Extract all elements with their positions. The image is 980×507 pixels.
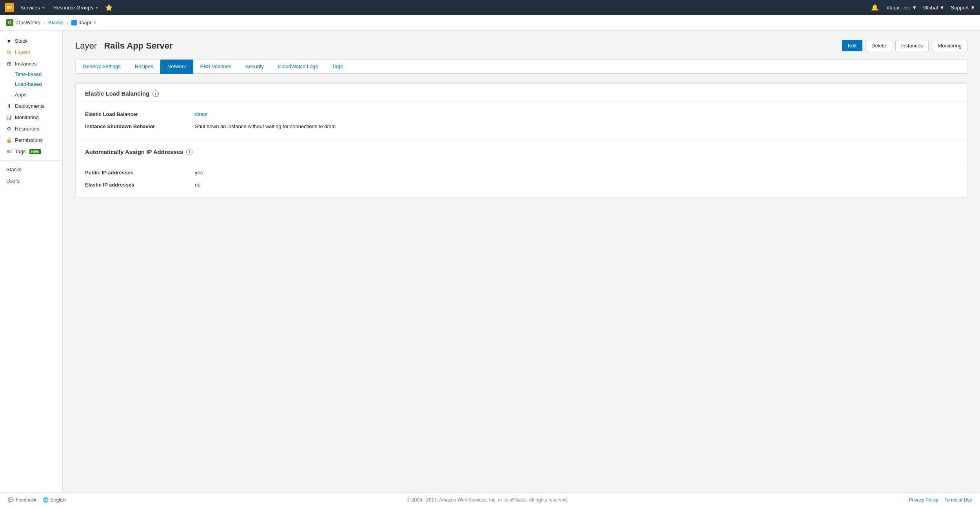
- privacy-link[interactable]: Privacy Policy: [909, 497, 938, 503]
- breadcrumb-sep-2: ›: [67, 20, 68, 25]
- breadcrumb-caret: ▼: [93, 20, 97, 25]
- page-header: Layer Rails App Server Edit Delete Insta…: [75, 40, 967, 51]
- footer-left: 💬 Feedback 🌐 English: [8, 497, 66, 503]
- shutdown-field-row: Instance Shutdown Behavior Shut down an …: [85, 120, 958, 132]
- services-nav[interactable]: Services ▼: [17, 3, 49, 12]
- user-menu[interactable]: daapr, inc. ▼: [887, 5, 917, 11]
- tab-security[interactable]: Security: [238, 60, 271, 74]
- footer-copyright: © 2008 - 2017, Amazon Web Services, Inc.…: [407, 497, 568, 503]
- edit-button[interactable]: Edit: [842, 40, 862, 51]
- support-menu[interactable]: Support ▼: [951, 5, 975, 11]
- tab-general-settings[interactable]: General Settings: [76, 60, 128, 74]
- elb-section-header: Elastic Load Balancing i: [76, 84, 967, 102]
- sidebar-item-load-based[interactable]: Load-based: [0, 79, 62, 89]
- svg-rect-1: [9, 6, 12, 9]
- permissions-icon: 🔒: [6, 138, 12, 143]
- ip-section-body: Public IP addresses yes Elastic IP addre…: [76, 160, 967, 197]
- elb-link[interactable]: daapr: [195, 111, 208, 117]
- top-nav-left: Services ▼ Resource Groups ▼ ⭐: [5, 2, 114, 13]
- stack-icon: ■: [6, 38, 12, 44]
- breadcrumb-sep-1: ›: [43, 20, 45, 25]
- tags-new-badge: NEW: [29, 149, 41, 154]
- aws-logo: [5, 3, 14, 12]
- sidebar-divider: [0, 160, 62, 161]
- sidebar-item-stack[interactable]: ■ Stack: [0, 35, 62, 47]
- page-actions: Edit Delete Instances Monitoring: [842, 40, 967, 51]
- sidebar-item-tags[interactable]: 🏷 Tags NEW: [0, 146, 62, 157]
- breadcrumb-current[interactable]: daapr ▼: [71, 20, 97, 25]
- tags-icon: 🏷: [6, 149, 12, 154]
- tab-ebs-volumes[interactable]: EBS Volumes: [193, 60, 239, 74]
- elastic-ip-value: no: [195, 182, 200, 188]
- page-title: Layer Rails App Server: [75, 41, 173, 51]
- resource-groups-nav[interactable]: Resource Groups ▼: [50, 3, 102, 12]
- language-button[interactable]: 🌐 English: [43, 497, 66, 503]
- sidebar-item-users[interactable]: Users: [0, 175, 62, 187]
- bookmark-icon[interactable]: ⭐: [103, 2, 114, 13]
- elb-info-icon[interactable]: i: [152, 91, 159, 97]
- sidebar-item-stacks-bottom[interactable]: Stacks: [0, 164, 62, 175]
- sidebar-item-resources[interactable]: ⚙ Resources: [0, 123, 62, 134]
- opsworks-label: OpsWorks: [16, 20, 40, 25]
- ip-section-header: Automatically Assign IP Addresses i: [76, 142, 967, 160]
- sidebar-item-instances[interactable]: ⊞ Instances: [0, 58, 62, 69]
- sidebar-item-permissions[interactable]: 🔒 Permissions: [0, 134, 62, 146]
- elb-value: daapr: [195, 111, 208, 117]
- feedback-icon: 💬: [8, 497, 14, 503]
- tab-recipes[interactable]: Recipes: [128, 60, 160, 74]
- footer-right: Privacy Policy Terms of Use: [909, 497, 972, 503]
- app-body: ■ Stack ⊞ Layers ⊞ Instances Time-based …: [0, 31, 980, 492]
- public-ip-value: yes: [195, 170, 203, 176]
- bell-icon[interactable]: 🔔: [869, 2, 880, 13]
- monitoring-button[interactable]: Monitoring: [932, 40, 967, 51]
- opsworks-logo-icon: O: [6, 19, 13, 26]
- elb-section-body: Elastic Load Balancer daapr Instance Shu…: [76, 102, 967, 139]
- region-menu[interactable]: Global ▼: [923, 5, 944, 11]
- breadcrumb-bar: O OpsWorks › Stacks › daapr ▼: [0, 15, 980, 31]
- sidebar-item-deployments[interactable]: ⬆ Deployments: [0, 100, 62, 112]
- apps-icon: —: [6, 92, 12, 98]
- services-caret: ▼: [42, 5, 45, 10]
- feedback-button[interactable]: 💬 Feedback: [8, 497, 36, 503]
- footer: 💬 Feedback 🌐 English © 2008 - 2017, Amaz…: [0, 492, 980, 507]
- terms-link[interactable]: Terms of Use: [944, 497, 972, 503]
- elb-field-row: Elastic Load Balancer daapr: [85, 108, 958, 120]
- content-card: Elastic Load Balancing i Elastic Load Ba…: [75, 83, 967, 197]
- top-nav: Services ▼ Resource Groups ▼ ⭐ 🔔 daapr, …: [0, 0, 980, 15]
- sidebar: ■ Stack ⊞ Layers ⊞ Instances Time-based …: [0, 31, 63, 492]
- tab-cloudwatch-logs[interactable]: CloudWatch Logs: [271, 60, 325, 74]
- layers-icon: ⊞: [6, 50, 12, 55]
- public-ip-field-row: Public IP addresses yes: [85, 167, 958, 179]
- resources-icon: ⚙: [6, 126, 12, 132]
- top-nav-right: 🔔 daapr, inc. ▼ Global ▼ Support ▼: [869, 2, 975, 13]
- sidebar-item-layers[interactable]: ⊞ Layers: [0, 47, 62, 58]
- tab-tags[interactable]: Tags: [325, 60, 350, 74]
- delete-button[interactable]: Delete: [866, 40, 892, 51]
- elastic-ip-field-row: Elastic IP addresses no: [85, 179, 958, 191]
- ip-info-icon[interactable]: i: [186, 149, 192, 155]
- tabs-bar: General Settings Recipes Network EBS Vol…: [75, 59, 967, 74]
- section-divider: [76, 140, 967, 141]
- svg-rect-0: [7, 6, 9, 9]
- instances-button[interactable]: Instances: [895, 40, 929, 51]
- resource-groups-caret: ▼: [95, 5, 99, 10]
- sidebar-item-apps[interactable]: — Apps: [0, 89, 62, 100]
- stack-color-icon: [71, 20, 77, 25]
- tab-network[interactable]: Network: [160, 60, 193, 74]
- main-content: Layer Rails App Server Edit Delete Insta…: [63, 31, 980, 492]
- stacks-breadcrumb[interactable]: Stacks: [48, 20, 64, 25]
- sidebar-item-monitoring[interactable]: 📊 Monitoring: [0, 112, 62, 123]
- globe-icon: 🌐: [43, 497, 49, 503]
- deployments-icon: ⬆: [6, 103, 12, 109]
- shutdown-value: Shut down an instance without waiting fo…: [195, 123, 336, 129]
- monitoring-icon: 📊: [6, 115, 12, 120]
- instances-icon: ⊞: [6, 61, 12, 67]
- sidebar-item-time-based[interactable]: Time-based: [0, 69, 62, 79]
